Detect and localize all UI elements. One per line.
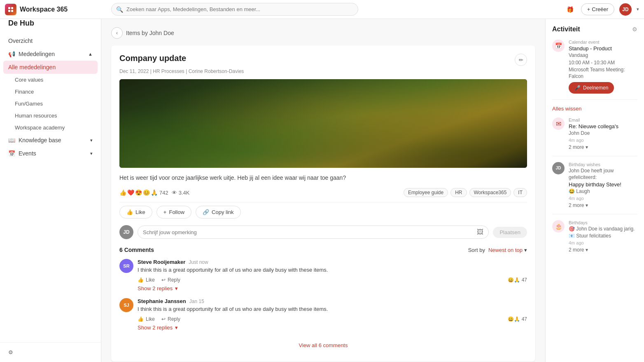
section-label: Mededelingen — [19, 51, 55, 57]
activity-birthdays-content: Birthdays 🎯 John Doe is vandaag jarig. 📧… — [569, 220, 637, 253]
activity-calendar-event: 📅 Calendar event Standup - Product Vanda… — [552, 40, 637, 100]
show-replies-label-1: Show 2 replies — [138, 285, 173, 291]
tag-hr: HR — [450, 188, 467, 197]
copy-link-button[interactable]: 🔗 Copy link — [196, 206, 240, 219]
follow-label: Follow — [169, 209, 184, 215]
emoji-pray: 🙏 — [151, 189, 158, 196]
back-button[interactable]: ‹ — [111, 27, 123, 39]
comments-count: 6 Comments — [119, 247, 154, 253]
sidebar-item-fungames[interactable]: Fun/Games — [0, 98, 101, 110]
breadcrumb-path: Items by John Doe — [126, 30, 174, 36]
birthday-wishes-more-link[interactable]: 2 more ▾ — [569, 202, 637, 208]
show-replies-2[interactable]: Show 2 replies ▾ — [138, 324, 527, 331]
chevron-down-more-bw: ▾ — [586, 202, 588, 208]
view-count: 👁 3.4K — [172, 190, 190, 196]
birthdays-more-link[interactable]: 2 more ▾ — [569, 247, 637, 253]
create-button[interactable]: + Creëer — [581, 3, 614, 15]
activity-title: Activiteit — [552, 26, 580, 33]
chevron-down-more-email: ▾ — [586, 144, 588, 150]
like-label-2: Like — [146, 316, 155, 322]
activity-birthday-wishes: JD Birthday wishes John Doe heeft jouw g… — [552, 162, 637, 214]
post-image-placeholder — [119, 79, 527, 168]
image-upload-icon[interactable]: 🖼 — [477, 228, 483, 236]
views-number: 3.4K — [179, 190, 190, 196]
join-label: Deelnemen — [583, 85, 608, 91]
activity-birthdays-sub1: 🎯 John Doe is vandaag jarig. — [569, 226, 637, 233]
current-user-avatar: JD — [119, 225, 133, 239]
sort-label: Sort by — [468, 247, 485, 253]
post-edit-button[interactable]: ✏ — [515, 54, 527, 66]
comment-text-2: I think this is a great opportunity for … — [138, 306, 527, 313]
avatar-chevron-icon[interactable]: ▾ — [637, 7, 639, 12]
birthdays-icon: 🎂 — [552, 220, 565, 233]
comment-actions-2: 👍 Like ↩ Reply 😀🙏 47 — [138, 316, 527, 322]
alles-wissen-link[interactable]: Alles wissen — [552, 106, 637, 112]
like-label: Like — [135, 209, 145, 215]
comment-time-2: Jan 15 — [189, 299, 204, 304]
like-button[interactable]: 👍 Like — [119, 206, 152, 219]
like-icon: 👍 — [126, 209, 133, 215]
email-more-link[interactable]: 2 more ▾ — [569, 144, 637, 150]
comment-input-area: JD 🖼 Plaatsen — [119, 225, 527, 239]
follow-button[interactable]: + Follow — [156, 206, 191, 219]
search-input[interactable] — [111, 3, 358, 16]
thumbs-up-icon-2: 👍 — [138, 316, 144, 322]
comment-reply-1[interactable]: ↩ Reply — [161, 277, 180, 283]
activity-email-main: Re: Nieuwe collega's — [569, 123, 637, 129]
sidebar-section-knowledge-base[interactable]: 📖 Knowledge base ▾ — [0, 134, 101, 147]
comment-item: SR Steve Rooijemaker Just now I think th… — [119, 259, 527, 291]
settings-button[interactable]: ⚙ — [0, 346, 101, 359]
sidebar-item-human-resources[interactable]: Human resources — [0, 110, 101, 122]
comment-emoji-count-1: 47 — [522, 277, 527, 283]
search-icon: 🔍 — [116, 6, 123, 13]
activity-birthday-wishes-emoji: 😂 Laugh — [569, 188, 637, 195]
activity-birthday-wishes-sub1: John Doe heeft jouw gefeliciteerd: — [569, 168, 637, 181]
activity-email-time: 4m ago — [569, 138, 637, 143]
gift-icon[interactable]: 🎁 — [565, 4, 576, 15]
comment-author-line-2: Stephanie Janssen Jan 15 — [138, 298, 527, 304]
comment-input[interactable] — [143, 229, 474, 235]
sidebar-section-events[interactable]: 📅 Events ▾ — [0, 147, 101, 160]
search-bar[interactable]: 🔍 — [111, 3, 358, 16]
view-all-comments[interactable]: View all 6 comments — [119, 337, 527, 353]
post-comment-button[interactable]: Plaatsen — [493, 227, 527, 238]
user-avatar[interactable]: JD — [619, 3, 632, 16]
app-name: Workspace 365 — [20, 6, 68, 13]
tag-employee-guide: Employee guide — [404, 188, 448, 197]
sidebar-item-workspace-academy[interactable]: Workspace academy — [0, 122, 101, 134]
post-meta: Dec 11, 2022 | HR Processes | Corine Rob… — [119, 68, 527, 74]
sort-by-control[interactable]: Sort by Newest on top ▾ — [468, 247, 527, 253]
sidebar-item-overview[interactable]: Overzicht — [0, 34, 101, 47]
sidebar-item-finance[interactable]: Finance — [0, 86, 101, 98]
comment-author-line-1: Steve Rooijemaker Just now — [138, 259, 527, 265]
join-button[interactable]: 🎤 Deelnemen — [569, 82, 614, 94]
show-replies-label-2: Show 2 replies — [138, 324, 173, 331]
email-icon: ✉ — [552, 118, 565, 130]
top-header: Workspace 365 🔍 🎁 + Creëer JD ▾ — [0, 0, 644, 19]
show-replies-1[interactable]: Show 2 replies ▾ — [138, 285, 527, 291]
comment-emoji-row-2: 😀🙏 47 — [508, 316, 527, 322]
comment-like-2[interactable]: 👍 Like — [138, 316, 155, 322]
activity-birthday-wishes-content: Birthday wishes John Doe heeft jouw gefe… — [569, 162, 637, 208]
emoji-heart: ❤️ — [127, 189, 134, 196]
content-area: ‹ Items by John Doe Company update ✏ Dec… — [101, 19, 545, 362]
right-panel-header: Activiteit ⚙ — [552, 26, 637, 33]
megaphone-icon: 📢 — [8, 51, 15, 57]
comment-author-1: Steve Rooijemaker — [138, 259, 185, 265]
activity-calendar-sub1: Vandaag — [569, 52, 637, 59]
comment-text-1: I think this is a great opportunity for … — [138, 266, 527, 274]
reply-icon-2: ↩ — [161, 316, 166, 322]
comment-reply-2[interactable]: ↩ Reply — [161, 316, 180, 322]
comment-item-2: SJ Stephanie Janssen Jan 15 I think this… — [119, 298, 527, 331]
sidebar-item-alle-mededelingen[interactable]: Alle mededelingen — [3, 61, 98, 74]
activity-type-email: Email — [569, 118, 637, 122]
comment-like-1[interactable]: 👍 Like — [138, 277, 155, 283]
chevron-down-icon-events: ▾ — [90, 151, 93, 156]
reaction-count: 742 — [159, 190, 168, 196]
sidebar-item-core-values[interactable]: Core values — [0, 74, 101, 86]
chevron-down-icon: ▾ — [90, 138, 93, 143]
sidebar-section-mededelingen[interactable]: 📢 Mededelingen ▲ — [0, 47, 101, 61]
activity-birthdays-time: 4m ago — [569, 240, 637, 245]
header-right: 🎁 + Creëer JD ▾ — [565, 3, 639, 16]
settings-icon-activity[interactable]: ⚙ — [632, 26, 637, 33]
